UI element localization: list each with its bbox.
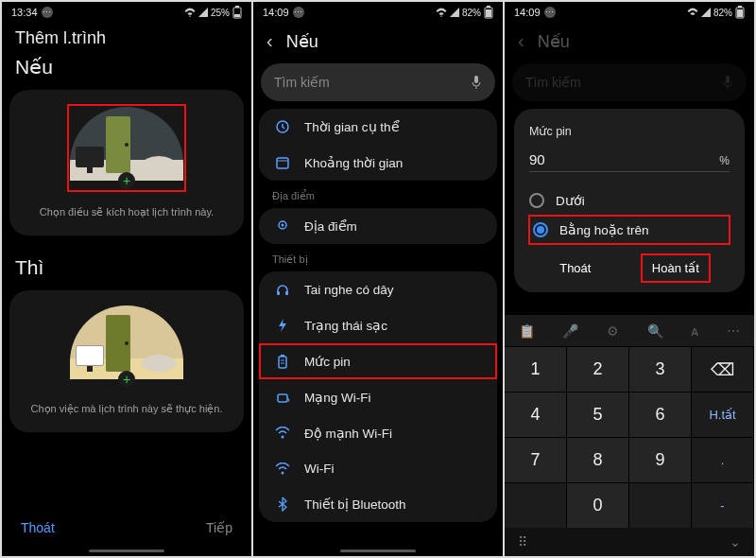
svg-rect-24 (737, 9, 743, 17)
row-wifi-strength[interactable]: Độ mạnh Wi-Fi (259, 415, 497, 451)
row-wifi-network[interactable]: Mạng Wi-Fi (259, 379, 497, 415)
key-blank (629, 482, 692, 528)
status-bar: 14:09 ⋯ 82% (253, 2, 503, 23)
then-heading: Thì (2, 251, 251, 287)
svg-rect-2 (234, 14, 240, 17)
svg-rect-14 (285, 291, 288, 295)
kbd-translate-icon[interactable]: ᴀ (691, 323, 698, 339)
svg-rect-19 (278, 394, 287, 402)
search-placeholder: Tìm kiếm (525, 75, 581, 90)
radio-above-or-equal[interactable]: Bằng hoặc trên (529, 216, 730, 244)
key-7[interactable]: 7 (505, 437, 567, 482)
radio-below[interactable]: Dưới (529, 185, 730, 216)
row-wifi[interactable]: Wi-Fi (259, 451, 497, 486)
screen-battery-level-dialog: 14:09 ⋯ 82% ‹ Nếu Tìm kiếm Mức pin 90 % … (505, 2, 754, 556)
key-backspace[interactable]: ⌫ (692, 346, 754, 392)
then-card[interactable]: + Chọn việc mà lịch trình này sẽ thực hi… (9, 290, 244, 432)
key-4[interactable]: 4 (505, 392, 567, 437)
svg-rect-5 (486, 9, 491, 17)
notif-badge-icon: ⋯ (293, 7, 304, 18)
battery-icon (232, 6, 242, 19)
kbd-search-icon[interactable]: 🔍 (647, 323, 663, 339)
then-illustration: + (70, 305, 183, 388)
search-placeholder: Tìm kiếm (274, 75, 330, 90)
key-5[interactable]: 5 (567, 392, 629, 437)
status-bar: 14:09 ⋯ 82% (505, 2, 754, 23)
row-place[interactable]: Địa điểm (259, 208, 497, 244)
row-label: Độ mạnh Wi-Fi (304, 426, 392, 441)
key-1[interactable]: 1 (505, 346, 567, 392)
panel-title: Mức pin (529, 124, 730, 138)
wifi-icon (274, 462, 291, 476)
clock: 13:34 (11, 7, 38, 18)
battery-icon (274, 354, 291, 369)
keypad-bottom-bar: ⠿ ⌄ (505, 528, 754, 556)
headphones-icon (274, 282, 291, 297)
mic-icon[interactable] (471, 75, 482, 90)
value-input-row[interactable]: 90 % (529, 151, 730, 172)
svg-point-20 (282, 436, 284, 439)
battery-text: 82% (713, 8, 732, 18)
svg-rect-4 (487, 6, 490, 8)
header-dimmed: ‹ Nếu (505, 23, 754, 60)
kbd-more-icon[interactable]: ⋯ (727, 323, 740, 339)
calendar-icon (274, 155, 291, 170)
then-caption: Chọn việc mà lịch trình này sẽ thực hiện… (21, 403, 232, 415)
wifi-icon (274, 427, 291, 440)
key-blank (505, 482, 567, 528)
keypad-grid-icon[interactable]: ⠿ (518, 534, 527, 549)
battery-icon (735, 6, 745, 19)
add-icon[interactable]: + (118, 371, 135, 388)
key-6[interactable]: 6 (629, 392, 692, 437)
key-0[interactable]: 0 (567, 482, 629, 528)
notif-badge-icon: ⋯ (544, 7, 556, 18)
keypad-collapse-icon[interactable]: ⌄ (730, 534, 741, 549)
home-indicator[interactable] (340, 549, 416, 552)
if-card[interactable]: + Chọn điều sẽ kích hoạt lịch trình này. (9, 90, 244, 235)
if-heading: Nếu (2, 50, 251, 86)
next-button[interactable]: Tiếp (206, 520, 232, 535)
done-button[interactable]: Hoàn tất (643, 255, 709, 281)
row-bluetooth[interactable]: Thiết bị Bluetooth (259, 486, 497, 522)
radio-unchecked-icon (529, 193, 544, 208)
signal-icon (198, 8, 208, 17)
key-9[interactable]: 9 (629, 437, 692, 482)
row-label: Mức pin (304, 354, 351, 369)
row-headphones[interactable]: Tai nghe có dây (259, 271, 497, 307)
screen-add-routine: 13:34 ⋯ 25% Thêm l.trình Nếu + Chọn điều (2, 2, 251, 556)
signal-icon (450, 8, 459, 17)
value-text: 90 (529, 151, 545, 167)
cancel-button[interactable]: Thoát (550, 255, 600, 281)
page-title: Nếu (286, 31, 318, 52)
page-title: Thêm l.trình (2, 23, 251, 50)
key-dash[interactable]: - (692, 482, 754, 528)
mic-icon (722, 75, 733, 90)
row-charging[interactable]: Trạng thái sạc (259, 307, 497, 343)
exit-button[interactable]: Thoát (21, 520, 55, 535)
key-3[interactable]: 3 (629, 346, 692, 392)
back-button[interactable]: ‹ (266, 30, 273, 52)
key-8[interactable]: 8 (567, 437, 629, 482)
numeric-keypad: 1 2 3 ⌫ 4 5 6 H.tất 7 8 9 . 0 - (505, 346, 754, 528)
battery-icon (484, 6, 493, 19)
row-label: Mạng Wi-Fi (304, 390, 371, 405)
radio-checked-icon (533, 222, 548, 237)
key-2[interactable]: 2 (567, 346, 629, 392)
room-illustration-icon (70, 305, 183, 379)
row-time-specific[interactable]: Thời gian cụ thể (259, 109, 497, 145)
key-dot[interactable]: . (692, 437, 754, 482)
home-indicator[interactable] (89, 549, 164, 552)
clock: 14:09 (514, 7, 541, 18)
row-time-range[interactable]: Khoảng thời gian (259, 145, 497, 181)
kbd-clipboard-icon[interactable]: 📋 (519, 323, 535, 339)
screen-if-conditions: 14:09 ⋯ 82% ‹ Nếu Tìm kiếm Thời gian cụ … (253, 2, 503, 556)
key-done[interactable]: H.tất (692, 392, 754, 437)
kbd-mic-icon[interactable]: 🎤 (562, 323, 578, 339)
battery-text: 25% (211, 8, 230, 18)
search-input-dimmed: Tìm kiếm (512, 63, 747, 101)
row-battery-level[interactable]: Mức pin (259, 343, 497, 379)
search-input[interactable]: Tìm kiếm (261, 63, 495, 101)
add-icon[interactable]: + (118, 172, 135, 189)
kbd-settings-icon[interactable]: ⚙ (607, 323, 619, 339)
svg-point-12 (282, 224, 284, 227)
